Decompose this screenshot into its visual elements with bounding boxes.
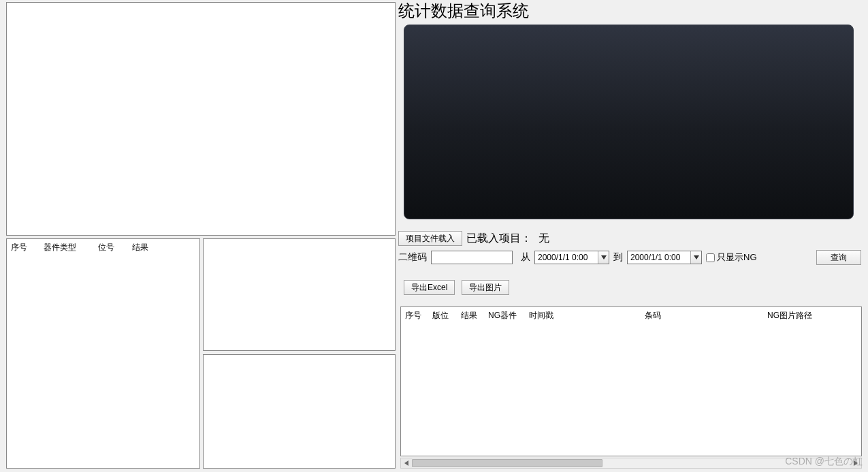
svg-marker-2: [404, 460, 408, 466]
hscroll-right-arrow-icon[interactable]: [850, 458, 861, 468]
filter-row: 二维码 从 到 只显示NG 查询: [398, 249, 861, 266]
results-table: 序号 版位 结果 NG器件 时间戳 条码 NG图片路径: [400, 306, 862, 456]
col-position: 位号: [98, 242, 132, 253]
export-image-button[interactable]: 导出图片: [462, 280, 509, 295]
load-row: 项目文件载入 已载入项目： 无: [398, 230, 549, 247]
component-table: 序号 器件类型 位号 结果: [6, 238, 200, 469]
page-title: 统计数据查询系统: [398, 0, 529, 22]
to-datetime-picker[interactable]: [627, 251, 702, 264]
rcol-ng-image-path: NG图片路径: [767, 310, 849, 321]
result-display-panel: [404, 25, 854, 219]
col-device-type: 器件类型: [44, 242, 98, 253]
export-row: 导出Excel 导出图片: [398, 274, 860, 301]
col-result: 结果: [132, 242, 166, 253]
query-button[interactable]: 查询: [816, 250, 861, 265]
rcol-ng-device: NG器件: [488, 310, 529, 321]
only-ng-label: 只显示NG: [717, 251, 757, 264]
hscroll-track[interactable]: [412, 458, 850, 468]
component-table-header: 序号 器件类型 位号 结果: [7, 239, 199, 256]
loaded-project-value: 无: [539, 232, 549, 246]
loaded-project-label: 已载入项目：: [466, 232, 532, 246]
to-label: 到: [613, 251, 623, 264]
detail-panel-2: [203, 354, 396, 469]
results-table-header: 序号 版位 结果 NG器件 时间戳 条码 NG图片路径: [401, 307, 861, 324]
svg-marker-0: [601, 255, 607, 259]
load-project-button[interactable]: 项目文件载入: [398, 231, 462, 246]
from-dropdown-icon[interactable]: [598, 251, 609, 264]
to-datetime-input[interactable]: [628, 251, 690, 264]
rcol-result: 结果: [461, 310, 488, 321]
qr-label: 二维码: [398, 251, 427, 264]
svg-marker-1: [694, 255, 699, 259]
rcol-seq: 序号: [405, 310, 432, 321]
export-excel-button[interactable]: 导出Excel: [404, 280, 455, 295]
only-ng-checkbox-wrap[interactable]: 只显示NG: [706, 251, 757, 264]
from-label: 从: [521, 251, 530, 264]
only-ng-checkbox[interactable]: [706, 253, 715, 262]
rcol-barcode: 条码: [645, 310, 767, 321]
from-datetime-input[interactable]: [535, 251, 598, 264]
rcol-board: 版位: [432, 310, 461, 321]
from-datetime-picker[interactable]: [534, 251, 609, 264]
col-seq: 序号: [11, 242, 44, 253]
rcol-timestamp: 时间戳: [529, 310, 645, 321]
to-dropdown-icon[interactable]: [690, 251, 701, 264]
detail-panel-1: [203, 238, 396, 351]
hscroll-left-arrow-icon[interactable]: [401, 458, 412, 468]
svg-marker-3: [854, 460, 858, 466]
results-hscroll[interactable]: [400, 458, 862, 469]
image-preview-panel: [6, 2, 396, 236]
hscroll-thumb[interactable]: [412, 459, 602, 467]
qr-input[interactable]: [431, 251, 513, 264]
